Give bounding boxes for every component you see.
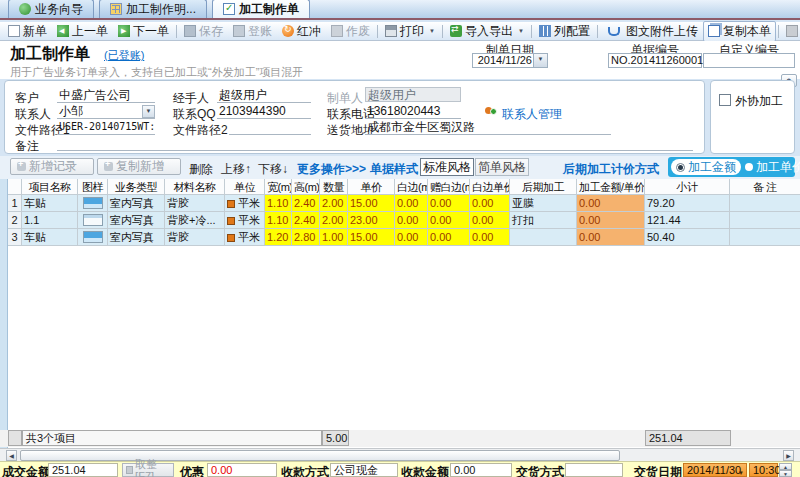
next-doc-button[interactable]: 下一单 [113, 21, 174, 42]
note-field[interactable] [57, 136, 693, 151]
path1-field[interactable]: USER-20140715WT:C:\Users [57, 120, 155, 135]
col-height[interactable]: 高(m) [292, 179, 320, 195]
col-qty[interactable]: 数量 [320, 179, 348, 195]
tab-process-order[interactable]: 加工制作单 [212, 0, 310, 18]
cell-material[interactable]: 背胶 [165, 195, 225, 212]
cell-price[interactable]: 15.00 [348, 195, 395, 212]
path2-field[interactable] [229, 120, 311, 135]
attach-upload-button[interactable]: 图文附件上传 [600, 21, 703, 42]
cell-rownum[interactable]: 1 [8, 195, 22, 212]
style-simple-button[interactable]: 简单风格 [475, 158, 529, 176]
cell-note[interactable] [730, 212, 800, 229]
cell-white-edge[interactable]: 0.00 [395, 195, 428, 212]
cell-thumbnail[interactable] [78, 195, 108, 212]
col-process-amount[interactable]: 加工金额/单价 [577, 179, 645, 195]
cell-material[interactable]: 背胶+冷... [165, 212, 225, 229]
cell-thumbnail[interactable] [78, 229, 108, 246]
pay-amount-input[interactable]: 0.00 [450, 463, 512, 477]
cell-gift-edge[interactable]: 0.00 [428, 212, 470, 229]
cell-process-amount[interactable]: 0.00 [577, 212, 645, 229]
horizontal-scrollbar[interactable] [0, 448, 800, 461]
cell-note[interactable] [730, 229, 800, 246]
cell-qty[interactable]: 2.00 [320, 195, 348, 212]
make-date-input[interactable]: 2014/11/26 [472, 53, 548, 68]
col-width[interactable]: 宽(m) [265, 179, 292, 195]
handler-field[interactable]: 超级用户 [217, 88, 311, 103]
col-thumbnail[interactable]: 图样 [78, 179, 108, 195]
cell-width[interactable]: 1.10 [265, 195, 292, 212]
doc-no-input[interactable]: NO.201411260001 [608, 53, 702, 68]
col-white-edge[interactable]: 白边(m) [395, 179, 428, 195]
table-row[interactable]: 1 车贴 室内写真 背胶 平米 1.10 2.40 2.00 15.00 0.0… [8, 195, 800, 212]
col-unit[interactable]: 单位 [225, 179, 265, 195]
scrollbar-thumb[interactable] [20, 450, 620, 461]
tab-process-detail[interactable]: 加工制作明... [99, 0, 207, 18]
pay-method-input[interactable]: 公司现金 [330, 463, 398, 477]
col-material[interactable]: 材料名称 [165, 179, 225, 195]
new-doc-button[interactable]: 新单 [3, 21, 52, 42]
table-row[interactable]: 2 1.1 室内写真 背胶+冷... 平米 1.10 2.40 2.00 23.… [8, 212, 800, 229]
cell-qty[interactable]: 2.00 [320, 212, 348, 229]
cell-post-process[interactable]: 打扣 [510, 212, 577, 229]
cell-material[interactable]: 背胶 [165, 229, 225, 246]
cell-rownum[interactable]: 2 [8, 212, 22, 229]
cell-biz-type[interactable]: 室内写真 [108, 229, 165, 246]
cell-post-process[interactable]: 亚膜 [510, 195, 577, 212]
custom-no-input[interactable] [703, 53, 795, 68]
delivery-method-input[interactable] [565, 463, 623, 477]
cell-height[interactable]: 2.40 [292, 212, 320, 229]
cell-gift-edge[interactable]: 0.00 [428, 229, 470, 246]
scroll-left-icon[interactable] [6, 450, 17, 461]
more-actions-link[interactable]: 更多操作>>> [297, 161, 366, 178]
copy-doc-button[interactable]: 复制本单 [703, 21, 776, 42]
import-export-button[interactable]: 导入导出 [445, 21, 529, 42]
col-gift-edge[interactable]: 赠白边(m) [428, 179, 470, 195]
prev-doc-button[interactable]: 上一单 [52, 21, 113, 42]
spinner-up-icon[interactable] [779, 463, 792, 470]
delivery-time-input[interactable]: 10:30 [749, 463, 778, 477]
col-edge-price[interactable]: 白边单价 [470, 179, 510, 195]
posted-status-link[interactable]: (已登账) [104, 48, 144, 63]
cell-project-name[interactable]: 1.1 [22, 212, 78, 229]
chevron-down-icon[interactable] [142, 105, 155, 118]
cell-height[interactable]: 2.80 [292, 229, 320, 246]
tab-business-wizard[interactable]: 业务向导 [8, 0, 94, 18]
col-note[interactable]: 备 注 [730, 179, 800, 195]
pricing-unit-option[interactable]: 加工单价 [745, 159, 800, 176]
cell-biz-type[interactable]: 室内写真 [108, 212, 165, 229]
spinner-down-icon[interactable] [779, 470, 792, 477]
cell-process-amount[interactable]: 0.00 [577, 195, 645, 212]
cell-height[interactable]: 2.40 [292, 195, 320, 212]
cell-width[interactable]: 1.20 [265, 229, 292, 246]
cell-unit[interactable]: 平米 [225, 212, 265, 229]
cell-note[interactable] [730, 195, 800, 212]
address-field[interactable]: 成都市金牛区蜀汉路 [365, 120, 611, 135]
phone-field[interactable]: 13618020443 [365, 104, 461, 119]
cell-subtotal[interactable]: 121.44 [645, 212, 730, 229]
cell-unit[interactable]: 平米 [225, 195, 265, 212]
scroll-right-icon[interactable] [783, 450, 794, 461]
discount-input[interactable]: 0.00 [207, 463, 277, 477]
outsourcing-checkbox[interactable]: 外协加工 [719, 93, 783, 110]
col-biz-type[interactable]: 业务类型 [108, 179, 165, 195]
cell-unit[interactable]: 平米 [225, 229, 265, 246]
cell-qty[interactable]: 1.00 [320, 229, 348, 246]
cell-white-edge[interactable]: 0.00 [395, 229, 428, 246]
cell-subtotal[interactable]: 79.20 [645, 195, 730, 212]
cell-edge-price[interactable]: 0.00 [470, 195, 510, 212]
move-down-button[interactable]: 下移↓ [258, 161, 288, 178]
deal-amount-input[interactable]: 251.04 [48, 463, 118, 477]
cell-post-process[interactable] [510, 229, 577, 246]
qq-field[interactable]: 2103944390 [217, 104, 311, 119]
col-price[interactable]: 单价 [348, 179, 395, 195]
cell-process-amount[interactable]: 0.00 [577, 229, 645, 246]
table-row[interactable]: 3 车贴 室内写真 背胶 平米 1.20 2.80 1.00 15.00 0.0… [8, 229, 800, 246]
chevron-down-icon[interactable] [533, 54, 547, 67]
cell-project-name[interactable]: 车贴 [22, 229, 78, 246]
time-spinner[interactable] [779, 463, 792, 477]
cell-width[interactable]: 1.10 [265, 212, 292, 229]
cell-biz-type[interactable]: 室内写真 [108, 195, 165, 212]
style-standard-button[interactable]: 标准风格 [420, 158, 474, 176]
cell-white-edge[interactable]: 0.00 [395, 212, 428, 229]
column-config-button[interactable]: 列配置 [534, 21, 595, 42]
